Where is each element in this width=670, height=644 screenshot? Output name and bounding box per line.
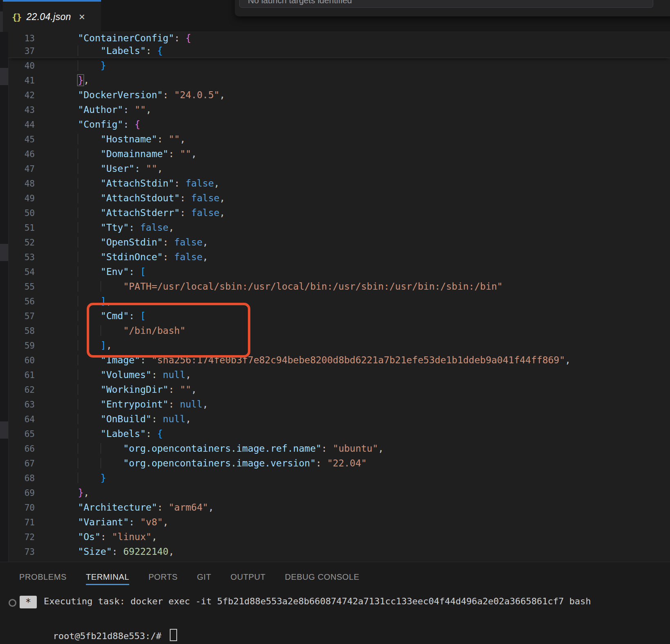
line-number[interactable]: 70 xyxy=(8,500,55,515)
line-number[interactable]: 49 xyxy=(8,191,55,206)
code-line[interactable]: 48 "AttachStdin": false, xyxy=(8,176,670,191)
code-text: "Os": "linux", xyxy=(55,531,157,542)
code-line[interactable]: 74 "VirtualSize": 69222140, xyxy=(8,559,670,562)
code-line[interactable]: 63 "Entrypoint": null, xyxy=(8,397,670,412)
panel-tab-problems[interactable]: PROBLEMS xyxy=(19,572,67,585)
rail-decoration xyxy=(0,11,3,32)
sticky-scroll[interactable]: 13 "ContainerConfig": {37 "Labels": { xyxy=(8,32,670,58)
code-line[interactable]: 13 "ContainerConfig": { xyxy=(8,32,670,45)
code-line[interactable]: 47 "User": "", xyxy=(8,161,670,176)
quick-pick-message[interactable]: No launch targets identified xyxy=(239,0,653,8)
code-line[interactable]: 65 "Labels": { xyxy=(8,426,670,441)
terminal-exec-row[interactable]: * Executing task: docker exec -it 5fb21d… xyxy=(0,595,670,610)
terminal-prompt-row[interactable]: root@5fb21d88e553:/# xyxy=(20,619,177,644)
code-line[interactable]: 62 "WorkingDir": "", xyxy=(8,382,670,397)
code-line[interactable]: 45 "Hostname": "", xyxy=(8,132,670,146)
line-number[interactable]: 58 xyxy=(8,324,55,338)
line-number[interactable]: 62 xyxy=(8,383,55,397)
code-line[interactable]: 52 "OpenStdin": false, xyxy=(8,235,670,250)
code-text: }, xyxy=(55,487,89,498)
editor-pane[interactable]: 13 "ContainerConfig": {37 "Labels": { 40… xyxy=(8,32,670,562)
line-number[interactable]: 37 xyxy=(8,45,55,58)
code-line[interactable]: 43 "Author": "", xyxy=(8,102,670,117)
line-number[interactable]: 44 xyxy=(8,117,55,132)
code-line[interactable]: 58 "/bin/bash" xyxy=(8,323,670,338)
panel-tab-terminal[interactable]: TERMINAL xyxy=(86,572,129,585)
line-number[interactable]: 46 xyxy=(8,147,55,162)
line-number[interactable]: 60 xyxy=(8,353,55,368)
code-line[interactable]: 44 "Config": { xyxy=(8,117,670,132)
line-number[interactable]: 13 xyxy=(8,32,55,45)
code-line[interactable]: 72 "Os": "linux", xyxy=(8,529,670,544)
line-number[interactable]: 53 xyxy=(8,250,55,265)
line-number[interactable]: 40 xyxy=(8,59,55,73)
code-line[interactable]: 70 "Architecture": "arm64", xyxy=(8,500,670,515)
code-line[interactable]: 73 "Size": 69222140, xyxy=(8,544,670,559)
code-line[interactable]: 42 "DockerVersion": "24.0.5", xyxy=(8,88,670,102)
line-number[interactable]: 45 xyxy=(8,132,55,147)
line-number[interactable]: 54 xyxy=(8,265,55,279)
code-text: "Env": [ xyxy=(55,266,146,277)
task-asterisk-badge: * xyxy=(20,596,37,608)
command-decoration-circle-icon[interactable] xyxy=(9,599,16,607)
code-line[interactable]: 56 ], xyxy=(8,294,670,308)
line-number[interactable]: 68 xyxy=(8,471,55,486)
code-text: "Cmd": [ xyxy=(55,311,146,321)
line-number[interactable]: 57 xyxy=(8,309,55,324)
code-text: "ContainerConfig": { xyxy=(55,33,191,43)
line-number[interactable]: 61 xyxy=(8,368,55,383)
terminal-prompt-text: root@5fb21d88e553:/# xyxy=(53,631,166,641)
line-number[interactable]: 52 xyxy=(8,235,55,250)
panel-tab-git[interactable]: GIT xyxy=(197,572,211,585)
code-line[interactable]: 40 } xyxy=(8,58,670,73)
line-number[interactable]: 65 xyxy=(8,427,55,441)
code-text: "Domainname": "", xyxy=(55,149,197,159)
line-number[interactable]: 69 xyxy=(8,486,55,500)
code-line[interactable]: 59 ], xyxy=(8,338,670,353)
close-tab-icon[interactable]: × xyxy=(79,11,85,22)
code-line[interactable]: 64 "OnBuild": null, xyxy=(8,412,670,426)
code-line[interactable]: 46 "Domainname": "", xyxy=(8,146,670,161)
code-line[interactable]: 71 "Variant": "v8", xyxy=(8,515,670,529)
line-number[interactable]: 63 xyxy=(8,397,55,412)
code-text: "org.opencontainers.image.version": "22.… xyxy=(55,458,367,468)
line-number[interactable]: 42 xyxy=(8,88,55,103)
code-line[interactable]: 41 }, xyxy=(8,73,670,88)
code-line[interactable]: 50 "AttachStderr": false, xyxy=(8,205,670,220)
code-line[interactable]: 69 }, xyxy=(8,485,670,500)
code-line[interactable]: 55 "PATH=/usr/local/sbin:/usr/local/bin:… xyxy=(8,279,670,294)
code-line[interactable]: 68 } xyxy=(8,471,670,485)
line-number[interactable]: 73 xyxy=(8,545,55,559)
code-line[interactable]: 66 "org.opencontainers.image.ref.name": … xyxy=(8,441,670,456)
line-number[interactable]: 71 xyxy=(8,515,55,530)
line-number[interactable]: 51 xyxy=(8,221,55,235)
json-braces-icon: {} xyxy=(12,12,21,22)
panel-tab-ports[interactable]: PORTS xyxy=(148,572,178,585)
code-line[interactable]: 49 "AttachStdout": false, xyxy=(8,191,670,205)
code-line[interactable]: 67 "org.opencontainers.image.version": "… xyxy=(8,456,670,471)
line-number[interactable]: 47 xyxy=(8,162,55,176)
code-line[interactable]: 60 "Image": "sha256:174fe0b3f7e82c94bebe… xyxy=(8,353,670,367)
code-line[interactable]: 51 "Tty": false, xyxy=(8,220,670,235)
line-number[interactable]: 66 xyxy=(8,441,55,456)
tab-22-04-json[interactable]: {} 22.04.json × xyxy=(3,0,101,32)
code-line[interactable]: 54 "Env": [ xyxy=(8,264,670,279)
code-text: "Entrypoint": null, xyxy=(55,399,208,410)
line-number[interactable]: 43 xyxy=(8,103,55,117)
panel-tab-debug-console[interactable]: DEBUG CONSOLE xyxy=(285,572,359,585)
code-line[interactable]: 57 "Cmd": [ xyxy=(8,308,670,323)
line-number[interactable]: 64 xyxy=(8,412,55,427)
code-line[interactable]: 61 "Volumes": null, xyxy=(8,367,670,382)
line-number[interactable]: 67 xyxy=(8,456,55,471)
line-number[interactable]: 50 xyxy=(8,206,55,221)
code-lines[interactable]: 40 }41 },42 "DockerVersion": "24.0.5",43… xyxy=(8,58,670,562)
code-line[interactable]: 37 "Labels": { xyxy=(8,45,670,57)
panel-tab-output[interactable]: OUTPUT xyxy=(231,572,266,585)
line-number[interactable]: 56 xyxy=(8,294,55,309)
line-number[interactable]: 72 xyxy=(8,530,55,545)
line-number[interactable]: 59 xyxy=(8,338,55,353)
line-number[interactable]: 48 xyxy=(8,176,55,191)
line-number[interactable]: 41 xyxy=(8,73,55,88)
code-line[interactable]: 53 "StdinOnce": false, xyxy=(8,250,670,264)
line-number[interactable]: 55 xyxy=(8,279,55,294)
